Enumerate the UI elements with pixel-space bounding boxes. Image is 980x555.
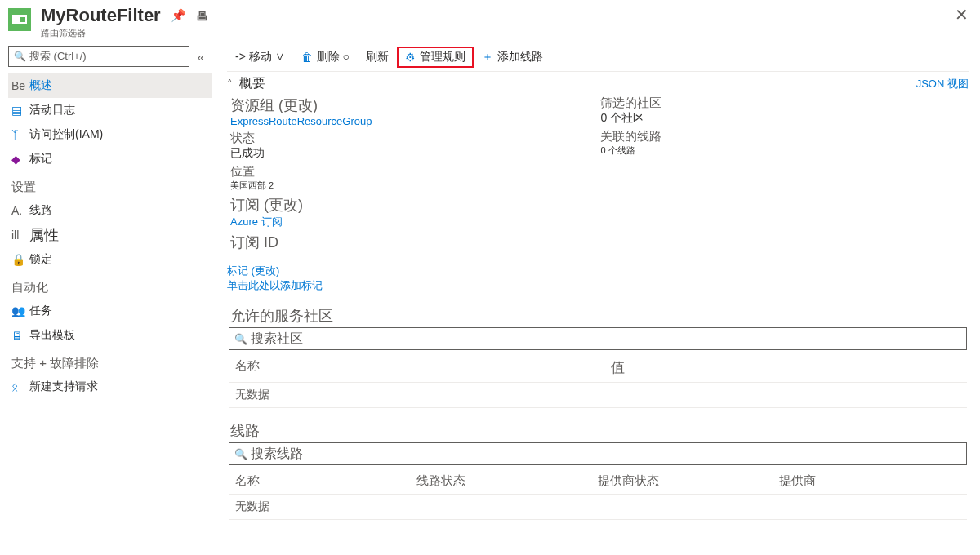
json-view-link[interactable]: JSON 视图 [916, 77, 969, 91]
essentials-grid: 资源组 (更改) ExpressRouteResourceGroup 状态 已成… [227, 95, 969, 255]
col-provider: 提供商 [779, 473, 960, 489]
search-placeholder: 搜索 (Ctrl+/) [29, 49, 87, 64]
move-button[interactable]: -> 移动 ∨ [227, 47, 293, 68]
tags-block: 标记 (更改) 单击此处以添加标记 [227, 264, 969, 293]
sidebar-item-iam[interactable]: ᛉ 访问控制(IAM) [8, 122, 212, 147]
sidebar-item-label: 导出模板 [29, 328, 75, 343]
sidebar-item-activity-log[interactable]: ▤ 活动日志 [8, 98, 212, 122]
circuits-title: 线路 [227, 421, 969, 441]
associated-circuits-label: 关联的线路 [600, 129, 662, 144]
col-circuit-status: 线路状态 [416, 473, 598, 489]
col-value: 值 [423, 358, 960, 377]
filtered-communities-label: 筛选的社区 [600, 95, 662, 111]
resource-type-label: 路由筛选器 [41, 27, 955, 39]
sidebar-item-label: 属性 [29, 225, 59, 245]
people-icon: ᛉ [11, 128, 29, 141]
plus-icon: ＋ [482, 50, 493, 64]
overview-section-header[interactable]: ˄ 概要 JSON 视图 [227, 72, 969, 95]
circuits-empty: 无数据 [235, 500, 270, 514]
associated-circuits-value: 0 个线路 [600, 144, 662, 157]
sidebar-item-label: 锁定 [29, 252, 52, 267]
sidebar-item-label: 活动日志 [29, 103, 75, 118]
community-search-placeholder: 搜索社区 [251, 331, 303, 348]
location-value: 美国西部 2 [230, 180, 372, 192]
manage-rule-button[interactable]: ⚙管理规则 [397, 47, 474, 68]
refresh-button[interactable]: 刷新 [358, 47, 397, 68]
communities-empty: 无数据 [235, 388, 270, 402]
sidebar: 🔍 搜索 (Ctrl+/) « Be 概述 ▤ 活动日志 ᛉ 访问控制(IAM)… [0, 41, 212, 555]
chevron-up-icon: ˄ [227, 78, 233, 90]
sidebar-item-label: 标记 [29, 152, 52, 166]
status-label: 状态 [230, 131, 372, 146]
allowed-communities-title: 允许的服务社区 [227, 306, 969, 326]
sidebar-item-new-support-request[interactable]: ᛟ 新建支持请求 [8, 375, 212, 399]
collapse-menu-icon[interactable]: « [198, 50, 212, 64]
sidebar-item-circuits[interactable]: A. 线路 [8, 198, 212, 223]
sidebar-item-tags[interactable]: ◆ 标记 [8, 147, 212, 171]
resource-group-link[interactable]: ExpressRouteResourceGroup [230, 115, 372, 127]
sidebar-item-locks[interactable]: 🔒 锁定 [8, 247, 212, 272]
tags-add-link[interactable]: 单击此处以添加标记 [227, 279, 323, 291]
location-label: 位置 [230, 164, 372, 180]
communities-table: 名称 值 无数据 [229, 353, 967, 408]
pin-icon[interactable]: 📌 [171, 8, 186, 23]
filtered-communities-value: 0 个社区 [600, 111, 662, 126]
col-name: 名称 [235, 473, 416, 489]
circuit-icon: A. [11, 204, 29, 217]
close-icon[interactable]: ✕ [955, 5, 969, 24]
community-search-input[interactable]: 🔍 搜索社区 [229, 327, 967, 350]
settings-icon: ⚙ [405, 51, 416, 64]
sidebar-item-properties[interactable]: ill 属性 [8, 223, 212, 247]
search-icon: 🔍 [234, 333, 247, 345]
tags-change-link[interactable]: 标记 (更改) [227, 264, 279, 277]
command-bar: -> 移动 ∨ 🗑删除 ○ 刷新 ⚙管理规则 ＋添加线路 [227, 42, 969, 72]
circuit-search-input[interactable]: 🔍 搜索线路 [229, 442, 967, 465]
print-icon[interactable]: 🖶 [196, 9, 208, 23]
subscription-label: 订阅 (更改) [230, 195, 372, 215]
subscription-link[interactable]: Azure 订阅 [230, 215, 372, 229]
sidebar-item-label: 概述 [29, 78, 52, 93]
sidebar-item-label: 访问控制(IAM) [29, 127, 103, 142]
header-title-block: MyRouteFilter 📌 🖶 路由筛选器 [41, 5, 955, 39]
main-content: -> 移动 ∨ 🗑删除 ○ 刷新 ⚙管理规则 ＋添加线路 ˄ 概要 JSON 视… [212, 41, 980, 555]
sidebar-item-label: 线路 [29, 203, 52, 218]
delete-button[interactable]: 🗑删除 ○ [293, 47, 358, 68]
circuits-table: 名称 线路状态 提供商状态 提供商 无数据 [229, 468, 967, 520]
col-provider-status: 提供商状态 [598, 473, 779, 489]
search-icon: 🔍 [234, 448, 247, 460]
add-circuit-button[interactable]: ＋添加线路 [474, 47, 551, 68]
properties-icon: ill [11, 229, 29, 242]
tag-icon: ◆ [11, 153, 29, 166]
sidebar-item-label: 任务 [29, 304, 52, 318]
sidebar-group-settings: 设置 [8, 171, 212, 198]
resource-group-label: 资源组 (更改) [230, 95, 372, 115]
support-icon: ᛟ [11, 380, 29, 393]
activity-log-icon: ▤ [11, 104, 29, 117]
sidebar-group-support: 支持 + 故障排除 [8, 348, 212, 375]
sidebar-item-label: 新建支持请求 [29, 380, 98, 394]
col-name: 名称 [235, 358, 423, 377]
overview-heading: 概要 [239, 75, 265, 92]
resource-type-icon [8, 8, 31, 31]
export-icon: 🖥 [11, 329, 29, 342]
overview-icon: Be [11, 79, 29, 92]
circuit-search-placeholder: 搜索线路 [251, 446, 303, 463]
trash-icon: 🗑 [301, 51, 313, 64]
menu-search-input[interactable]: 🔍 搜索 (Ctrl+/) [8, 46, 189, 67]
page-title: MyRouteFilter [41, 5, 161, 26]
lock-icon: 🔒 [11, 253, 29, 266]
sidebar-item-overview[interactable]: Be 概述 [8, 73, 212, 98]
sidebar-item-tasks[interactable]: 👥 任务 [8, 299, 212, 323]
status-value: 已成功 [230, 146, 372, 161]
blade-header: MyRouteFilter 📌 🖶 路由筛选器 ✕ [0, 0, 980, 41]
subscription-id-label: 订阅 ID [230, 233, 372, 252]
sidebar-item-export-template[interactable]: 🖥 导出模板 [8, 323, 212, 348]
search-icon: 🔍 [14, 51, 26, 62]
tasks-icon: 👥 [11, 304, 29, 317]
sidebar-group-automation: 自动化 [8, 272, 212, 299]
